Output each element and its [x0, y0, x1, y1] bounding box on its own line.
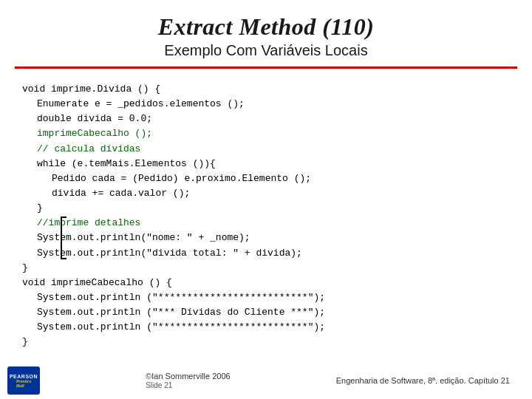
bracket-indicator [61, 216, 66, 259]
code-line: void imprimeCabecalho () { [22, 276, 510, 290]
code-line: System.out.println("divida total: " + di… [22, 246, 510, 261]
logo-bottom-text: PrenticeHall [16, 379, 32, 388]
code-line: double divida = 0.0; [22, 112, 510, 126]
code-line: //imprime detalhes [22, 216, 510, 231]
content-area: void imprime.Divida () {Enumerate e = _p… [0, 69, 532, 364]
code-line: System.out.println("nome: " + _nome); [22, 231, 510, 245]
footer: PEARSON PrenticeHall ©Ian Sommerville 20… [0, 364, 532, 399]
code-line: Pedido cada = (Pedido) e.proximo.Element… [22, 171, 510, 186]
code-line: // calcula dívidas [22, 142, 510, 157]
code-line: Enumerate e = _pedidos.elementos (); [22, 97, 510, 112]
code-line: System.out.println ("*******************… [22, 290, 510, 305]
logo-top-text: PEARSON [10, 374, 38, 379]
header: Extract Method (110) Exemplo Com Variáve… [0, 0, 532, 66]
code-line: } [22, 201, 510, 216]
code-line: divida += cada.valor (); [22, 186, 510, 201]
code-line: imprimeCabecalho (); [22, 126, 510, 141]
footer-copyright: ©Ian Sommerville 2006 Slide 21 [146, 372, 231, 389]
title-main: Extract Method (110) [15, 13, 517, 41]
code-line: while (e.temMais.Elementos ()){ [22, 157, 510, 171]
code-line: } [22, 261, 510, 276]
slide-container: Extract Method (110) Exemplo Com Variáve… [0, 0, 532, 399]
code-line: System.out.println ("*** Dívidas do Clie… [22, 305, 510, 320]
code-block: void imprime.Divida () {Enumerate e = _p… [22, 82, 510, 350]
publisher-logo: PEARSON PrenticeHall [7, 366, 40, 395]
footer-caption: Engenharia de Software, 8ª. edição. Capí… [336, 376, 510, 385]
code-line: void imprime.Divida () { [22, 82, 510, 97]
title-sub: Exemplo Com Variáveis Locais [15, 42, 517, 59]
logo-area: PEARSON PrenticeHall [7, 366, 40, 395]
code-line: System.out.println ("*******************… [22, 320, 510, 335]
code-line: } [22, 335, 510, 349]
